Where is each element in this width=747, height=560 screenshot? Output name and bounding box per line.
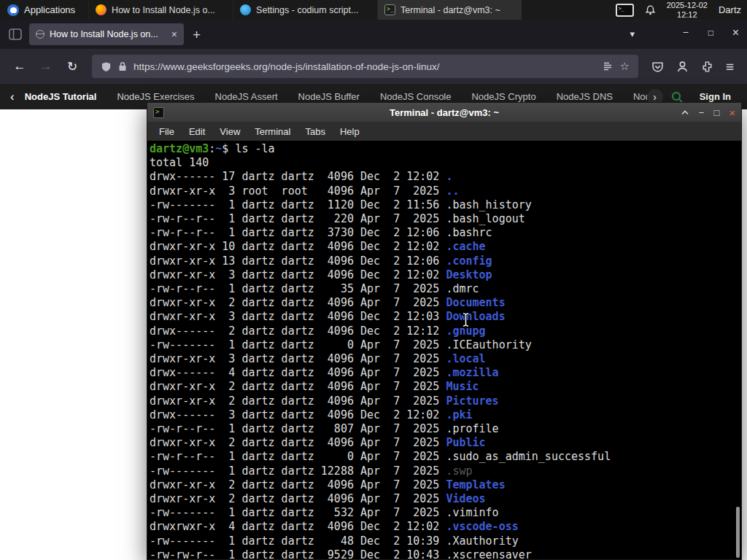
- terminal-line: drwxr-xr-x 10 dartz dartz 4096 Dec 2 12:…: [150, 240, 611, 254]
- site-nav-item[interactable]: NodeJS Tutorial: [25, 91, 97, 102]
- account-icon[interactable]: [676, 61, 689, 73]
- taskbar-button-label: Terminal - dartz@vm3: ~: [400, 5, 500, 15]
- tracking-shield-icon[interactable]: [101, 61, 112, 72]
- terminal-line: -rw-r--r-- 1 dartz dartz 807 Apr 7 2025 …: [150, 422, 611, 436]
- file-name: Videos: [446, 492, 485, 505]
- terminal-line: -rw-r--r-- 1 dartz dartz 3730 Dec 2 12:0…: [150, 226, 611, 240]
- terminal-screen[interactable]: dartz@vm3:~$ ls -latotal 140drwx------ 1…: [147, 141, 741, 559]
- panel-right: 2025-12-02 12:12 Dartz: [616, 0, 747, 20]
- file-meta: -rw------- 1 dartz dartz 12288 Apr 7 202…: [150, 464, 446, 478]
- file-name: .mozilla: [446, 366, 498, 379]
- taskbar-button-label: Settings - codium script...: [256, 5, 358, 15]
- nav-scroll-left-icon[interactable]: ‹: [10, 90, 15, 104]
- file-name: .sudo_as_admin_successful: [446, 450, 611, 463]
- terminal-line: -rw-r--r-- 1 dartz dartz 0 Apr 7 2025 .s…: [150, 450, 611, 464]
- taskbar-button[interactable]: Terminal - dartz@vm3: ~: [377, 0, 522, 20]
- terminal-menu-help[interactable]: Help: [333, 126, 367, 137]
- applications-menu-button[interactable]: Applications: [0, 0, 82, 20]
- codium-icon: [240, 4, 251, 15]
- terminal-app-icon: [153, 107, 164, 118]
- terminal-line: drwx------ 3 dartz dartz 4096 Dec 2 12:0…: [150, 408, 611, 422]
- hamburger-menu-icon[interactable]: ≡: [726, 60, 734, 74]
- terminal-line: drwxr-xr-x 3 dartz dartz 4096 Apr 7 2025…: [150, 352, 611, 366]
- taskbar-button[interactable]: How to Install Node.js o...: [88, 0, 233, 20]
- taskbar-button-label: How to Install Node.js o...: [112, 5, 215, 15]
- user-menu[interactable]: Dartz: [719, 4, 741, 15]
- terminal-scrollbar[interactable]: [735, 141, 740, 559]
- pocket-icon[interactable]: [651, 61, 664, 73]
- terminal-menu-edit[interactable]: Edit: [182, 126, 212, 137]
- site-nav-item[interactable]: NodeJS Console: [380, 91, 452, 102]
- taskbar-button[interactable]: Settings - codium script...: [233, 0, 377, 20]
- terminal-menubar: FileEditViewTerminalTabsHelp: [147, 122, 741, 141]
- file-name: .ICEauthority: [446, 338, 531, 351]
- terminal-maximize-button[interactable]: □: [713, 108, 719, 117]
- tab-close-icon[interactable]: ×: [171, 29, 177, 39]
- lock-icon[interactable]: [118, 61, 127, 71]
- site-nav-item[interactable]: Node: [633, 91, 647, 102]
- clock[interactable]: 2025-12-02 12:12: [667, 1, 708, 19]
- terminal-line: -rw-r--r-- 1 dartz dartz 220 Apr 7 2025 …: [150, 212, 611, 226]
- file-meta: -rw-r--r-- 1 dartz dartz 3730 Dec 2 12:0…: [150, 226, 446, 239]
- terminal-title: Terminal - dartz@vm3: ~: [147, 107, 741, 118]
- terminal-window: Terminal - dartz@vm3: ~ − □ × FileEditVi…: [147, 102, 742, 560]
- reload-button[interactable]: ↻: [61, 59, 83, 74]
- terminal-line: drwxr-xr-x 13 dartz dartz 4096 Dec 2 12:…: [150, 254, 611, 268]
- terminal-line: -rw------- 1 dartz dartz 0 Apr 7 2025 .I…: [150, 338, 611, 352]
- reader-mode-icon[interactable]: [603, 61, 613, 71]
- file-meta: drwxr-xr-x 3 dartz dartz 4096 Apr 7 2025: [150, 352, 446, 365]
- site-nav-item[interactable]: NodeJS Assert: [215, 91, 278, 102]
- sign-in-button[interactable]: Sign In: [700, 91, 731, 102]
- file-name: Documents: [446, 296, 505, 309]
- file-name: Pictures: [446, 394, 498, 408]
- file-meta: drwxr-xr-x 2 dartz dartz 4096 Apr 7 2025: [150, 394, 446, 408]
- terminal-menu-view[interactable]: View: [212, 126, 247, 137]
- file-name: .bash_logout: [446, 212, 525, 225]
- terminal-line: drwxr-xr-x 3 dartz dartz 4096 Dec 2 12:0…: [150, 268, 611, 282]
- tab-title: How to Install Node.js on...: [50, 29, 166, 39]
- browser-toolbar: ← → ↻ https://www.geeksforgeeks.org/node…: [0, 49, 747, 84]
- terminal-line: drwx------ 4 dartz dartz 4096 Apr 7 2025…: [150, 366, 611, 380]
- list-all-tabs-icon[interactable]: ▾: [630, 28, 635, 39]
- browser-tab[interactable]: How to Install Node.js on... ×: [29, 23, 184, 45]
- forward-button[interactable]: →: [35, 59, 57, 74]
- tray-terminal-icon[interactable]: [616, 4, 634, 17]
- site-nav-item[interactable]: NodeJS Exercises: [117, 91, 194, 102]
- terminal-scrollbar-thumb[interactable]: [736, 507, 740, 558]
- terminal-menu-tabs[interactable]: Tabs: [298, 126, 332, 137]
- site-nav-item[interactable]: NodeJS Buffer: [298, 91, 360, 102]
- desktop: Applications How to Install Node.js o...…: [0, 0, 747, 560]
- notifications-bell-icon[interactable]: [645, 4, 656, 16]
- file-meta: -rw-r--r-- 1 dartz dartz 35 Apr 7 2025: [150, 282, 446, 295]
- terminal-output: dartz@vm3:~$ ls -latotal 140drwx------ 1…: [150, 142, 611, 559]
- tab-favicon-globe-icon: [36, 30, 44, 39]
- url-bar[interactable]: https://www.geeksforgeeks.org/node-js/in…: [92, 55, 638, 78]
- site-nav-item[interactable]: NodeJS Crypto: [471, 91, 535, 102]
- file-meta: -rw------- 1 dartz dartz 532 Apr 7 2025: [150, 506, 446, 519]
- file-meta: -rw-r--r-- 1 dartz dartz 0 Apr 7 2025: [150, 450, 446, 463]
- back-button[interactable]: ←: [9, 59, 31, 74]
- file-name: .viminfo: [446, 506, 498, 519]
- site-nav-item[interactable]: NodeJS DNS: [557, 91, 613, 102]
- terminal-minimize-button[interactable]: −: [699, 108, 705, 117]
- new-tab-button[interactable]: +: [193, 28, 201, 42]
- terminal-line: -rw-r--r-- 1 dartz dartz 35 Apr 7 2025 .…: [150, 282, 611, 296]
- terminal-close-button[interactable]: ×: [729, 107, 735, 118]
- terminal-titlebar[interactable]: Terminal - dartz@vm3: ~ − □ ×: [147, 103, 741, 122]
- window-minimize-button[interactable]: −: [683, 26, 689, 38]
- window-close-button[interactable]: ×: [732, 26, 739, 39]
- terminal-shade-button[interactable]: [681, 109, 689, 115]
- file-name: ..: [446, 184, 459, 198]
- file-name: Downloads: [446, 310, 505, 323]
- terminal-line: drwxr-xr-x 2 dartz dartz 4096 Apr 7 2025…: [150, 492, 611, 506]
- search-icon[interactable]: [670, 90, 684, 104]
- terminal-window-controls: − □ ×: [681, 107, 735, 118]
- terminal-menu-terminal[interactable]: Terminal: [247, 126, 298, 137]
- file-name: .config: [446, 254, 492, 268]
- terminal-menu-file[interactable]: File: [152, 126, 182, 137]
- window-restore-button[interactable]: □: [708, 28, 713, 38]
- bookmark-star-icon[interactable]: ☆: [619, 60, 629, 73]
- firefox-view-icon[interactable]: [9, 28, 22, 40]
- terminal-line: -rw------- 1 dartz dartz 48 Dec 2 10:39 …: [150, 534, 611, 548]
- extensions-puzzle-icon[interactable]: [701, 61, 713, 73]
